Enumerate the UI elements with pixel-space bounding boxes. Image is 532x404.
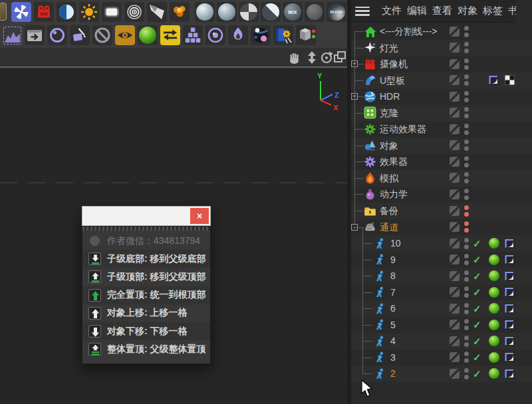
circle-dot-icon[interactable]	[47, 25, 67, 45]
menu-view[interactable]: 查看	[432, 5, 452, 17]
visibility-dot[interactable]	[464, 260, 469, 265]
visibility-dot[interactable]	[464, 221, 469, 226]
visibility-dot[interactable]	[464, 205, 469, 210]
dialog-titlebar[interactable]: ×	[82, 206, 211, 226]
enable-toggle[interactable]	[450, 157, 460, 167]
enable-toggle[interactable]	[450, 222, 460, 232]
dolly-zoom-icon[interactable]	[305, 50, 319, 67]
object-row[interactable]: 灯光	[351, 40, 532, 56]
enable-toggle[interactable]	[450, 43, 460, 52]
phong-tag[interactable]	[505, 352, 515, 362]
phong-tag[interactable]	[505, 287, 515, 297]
paint-setup-icon[interactable]	[70, 25, 90, 45]
menu-file[interactable]: 文件	[382, 5, 402, 17]
visibility-dot[interactable]	[464, 58, 469, 63]
enable-toggle[interactable]	[450, 92, 460, 102]
enable-toggle[interactable]	[450, 173, 460, 183]
menu-bookmarks[interactable]: 书签	[508, 5, 516, 17]
toggle-view-icon[interactable]	[333, 50, 346, 66]
orbit-rotate-icon[interactable]	[320, 50, 334, 67]
visibility-dot[interactable]	[464, 352, 469, 356]
eye-visibility-icon[interactable]	[115, 25, 135, 45]
object-row[interactable]: 6✓	[351, 300, 532, 317]
enable-toggle[interactable]	[450, 108, 460, 118]
visibility-dot[interactable]	[464, 277, 469, 282]
object-row[interactable]: 9✓	[351, 251, 532, 268]
phong-tag[interactable]	[505, 320, 515, 330]
move-up-row[interactable]: 对象上移: 上移一格	[82, 304, 210, 322]
camera-tool-icon[interactable]	[34, 2, 54, 22]
visibility-dot[interactable]	[464, 65, 469, 70]
sun-light-icon[interactable]	[79, 2, 99, 22]
object-label[interactable]: 4	[390, 336, 396, 346]
visibility-dot[interactable]	[464, 49, 469, 53]
enable-toggle[interactable]	[450, 287, 460, 297]
visibility-dot[interactable]	[464, 33, 469, 37]
visibility-dot[interactable]	[464, 212, 469, 217]
object-row[interactable]: <---分割线--->	[351, 23, 532, 40]
fire-preset-icon[interactable]	[170, 2, 190, 22]
object-row[interactable]: 模拟	[351, 170, 532, 187]
visibility-dot[interactable]	[464, 358, 469, 363]
visibility-dot[interactable]	[464, 368, 469, 373]
menu-object[interactable]: 对象	[458, 5, 477, 17]
enable-toggle[interactable]	[450, 320, 460, 330]
object-label[interactable]: 克隆	[380, 108, 398, 120]
visibility-dot[interactable]	[464, 245, 469, 249]
enable-toggle[interactable]	[450, 304, 460, 314]
display-color-tag[interactable]	[489, 352, 499, 363]
phong-tag[interactable]	[505, 271, 515, 281]
material-sphere-icon[interactable]	[217, 2, 237, 22]
enabled-check[interactable]: ✓	[473, 287, 481, 297]
enable-toggle[interactable]	[450, 352, 460, 362]
phong-tag[interactable]	[505, 254, 515, 264]
enable-toggle[interactable]	[450, 27, 460, 37]
visibility-dot[interactable]	[464, 310, 469, 314]
visibility-dot[interactable]	[464, 319, 469, 324]
object-row[interactable]: 运动效果器	[351, 121, 532, 138]
display-color-tag[interactable]	[489, 336, 499, 346]
object-label[interactable]: 6	[390, 303, 396, 314]
menu-tags[interactable]: 标签	[483, 5, 503, 17]
enabled-check[interactable]: ✓	[473, 254, 481, 264]
display-color-tag[interactable]	[489, 287, 499, 298]
visibility-dot[interactable]	[464, 130, 469, 135]
expand-toggle[interactable]: +	[351, 93, 358, 100]
enable-toggle[interactable]	[450, 239, 460, 249]
child-top-row[interactable]: 子级顶部: 移到父级顶部	[82, 268, 210, 286]
bend-tool-icon[interactable]	[11, 2, 31, 22]
visibility-dot[interactable]	[464, 26, 469, 31]
visibility-dot[interactable]	[464, 124, 469, 128]
visibility-dot[interactable]	[464, 326, 469, 330]
shaded-material-icon[interactable]	[261, 2, 281, 22]
menu-edit[interactable]: 编辑	[407, 5, 427, 17]
visibility-dot[interactable]	[464, 195, 469, 200]
book-gear-icon[interactable]	[273, 25, 293, 45]
enabled-check[interactable]: ✓	[473, 352, 481, 362]
render-clip-icon[interactable]	[25, 25, 45, 45]
enabled-check[interactable]: ✓	[473, 320, 481, 330]
target-light-icon[interactable]	[124, 2, 144, 22]
phong-tag[interactable]	[505, 369, 515, 379]
all-top-row[interactable]: 整体置顶: 父级整体置顶	[82, 340, 210, 358]
enabled-check[interactable]: ✓	[473, 336, 481, 346]
object-label[interactable]: 灯光	[380, 43, 398, 54]
visibility-dot[interactable]	[464, 140, 469, 144]
visibility-dot[interactable]	[464, 81, 469, 86]
object-row[interactable]: -通道	[351, 219, 532, 235]
enable-toggle[interactable]	[450, 336, 460, 346]
object-row[interactable]: 对象	[351, 138, 532, 154]
enable-toggle[interactable]	[450, 140, 460, 150]
visibility-dot[interactable]	[464, 254, 469, 258]
phong-tag[interactable]	[505, 304, 515, 314]
object-row[interactable]: 2✓	[351, 365, 532, 382]
enabled-check[interactable]: ✓	[473, 239, 481, 249]
object-row[interactable]: 4✓	[351, 333, 532, 350]
enable-toggle[interactable]	[450, 254, 460, 264]
visibility-dot[interactable]	[464, 228, 469, 233]
expand-toggle[interactable]: +	[351, 60, 358, 67]
green-ball-icon[interactable]	[138, 25, 158, 45]
prohibit-icon[interactable]	[92, 25, 112, 45]
visibility-dot[interactable]	[464, 146, 469, 151]
visibility-dot[interactable]	[464, 91, 469, 96]
